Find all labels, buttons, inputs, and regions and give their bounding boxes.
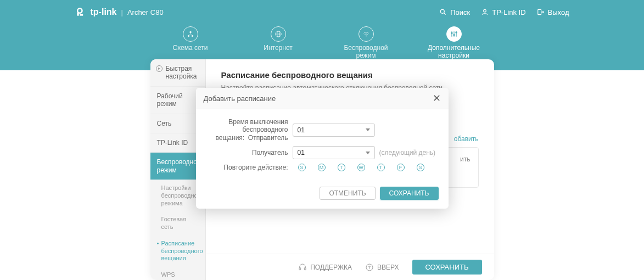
nav-map[interactable]: Схема сети (163, 26, 218, 59)
map-icon (187, 30, 194, 38)
svg-rect-20 (299, 267, 301, 270)
svg-point-13 (366, 36, 366, 36)
globe-icon (275, 30, 282, 38)
logout-icon (537, 8, 545, 16)
svg-rect-6 (537, 9, 541, 14)
next-day-hint: (следующий день) (379, 149, 436, 156)
search-icon (439, 8, 447, 16)
svg-point-7 (189, 31, 192, 33)
svg-rect-2 (80, 14, 83, 15)
support-link[interactable]: ПОДДЕРЖКА (298, 263, 352, 272)
svg-point-19 (455, 32, 456, 33)
headset-icon (298, 263, 307, 272)
svg-point-8 (187, 35, 189, 37)
day-mon[interactable]: M (318, 164, 326, 171)
nav-advanced[interactable]: Дополнительные настройки (427, 26, 481, 59)
off-time-label: Время выключения беспроводного вещания: … (206, 118, 288, 142)
sidebar-sub-wps[interactable]: WPS (150, 267, 205, 280)
day-sat[interactable]: S (417, 164, 424, 171)
nav-internet[interactable]: Интернет (251, 26, 306, 59)
nav-wireless[interactable]: Беспроводной режим (339, 26, 394, 59)
sidebar-quick-setup[interactable]: ▸ Быстрая настройка (150, 59, 205, 87)
svg-rect-21 (304, 267, 306, 270)
svg-point-9 (191, 35, 193, 37)
modal-save-button[interactable]: СОХРАНИТЬ (380, 187, 439, 200)
day-wed[interactable]: W (357, 164, 365, 171)
page-title: Расписание беспроводного вещания (221, 70, 479, 80)
brand-logo: tp-link (75, 7, 117, 18)
logout-link[interactable]: Выход (537, 8, 569, 16)
brand-divider: | (121, 8, 123, 16)
days-group: S M T W T F S (298, 164, 424, 171)
search-link[interactable]: Поиск (439, 8, 470, 16)
cancel-button[interactable]: ОТМЕНИТЬ (320, 187, 375, 200)
add-schedule-modal: Добавить расписание ✕ Время выключения б… (196, 88, 449, 209)
to-select[interactable]: 01 (293, 146, 375, 159)
wifi-icon (362, 30, 370, 38)
model-name: Archer C80 (127, 8, 164, 16)
svg-line-4 (444, 13, 446, 15)
close-icon[interactable]: ✕ (433, 93, 441, 103)
repeat-label: Повторите действие: (206, 164, 288, 171)
from-select[interactable]: 01 (293, 124, 375, 137)
svg-point-3 (440, 9, 444, 13)
modal-title: Добавить расписание (204, 94, 276, 103)
play-icon: ▸ (156, 65, 163, 72)
brand-text: tp-link (91, 7, 117, 17)
svg-point-0 (77, 8, 82, 13)
svg-point-17 (451, 32, 452, 33)
day-fri[interactable]: F (397, 164, 405, 171)
tplink-id-link[interactable]: TP-Link ID (481, 8, 525, 16)
sidebar-sub-guest[interactable]: Гостевая сеть (150, 211, 205, 236)
add-schedule-link[interactable]: обавить (454, 135, 479, 143)
svg-point-5 (484, 9, 486, 12)
sliders-icon (450, 30, 458, 38)
cloud-icon (481, 8, 489, 16)
day-sun[interactable]: S (298, 164, 306, 171)
scroll-up-link[interactable]: ВВЕРХ (365, 263, 399, 272)
day-tue[interactable]: T (338, 164, 345, 171)
tplink-icon (75, 7, 86, 18)
svg-point-18 (453, 35, 454, 36)
save-button[interactable]: СОХРАНИТЬ (412, 260, 482, 275)
day-thu[interactable]: T (377, 164, 385, 171)
receiver-label: Получатель (206, 149, 288, 156)
arrow-up-icon (365, 263, 374, 272)
svg-rect-1 (77, 13, 79, 16)
sidebar-sub-schedule[interactable]: Расписание беспроводного вещания (150, 236, 205, 267)
